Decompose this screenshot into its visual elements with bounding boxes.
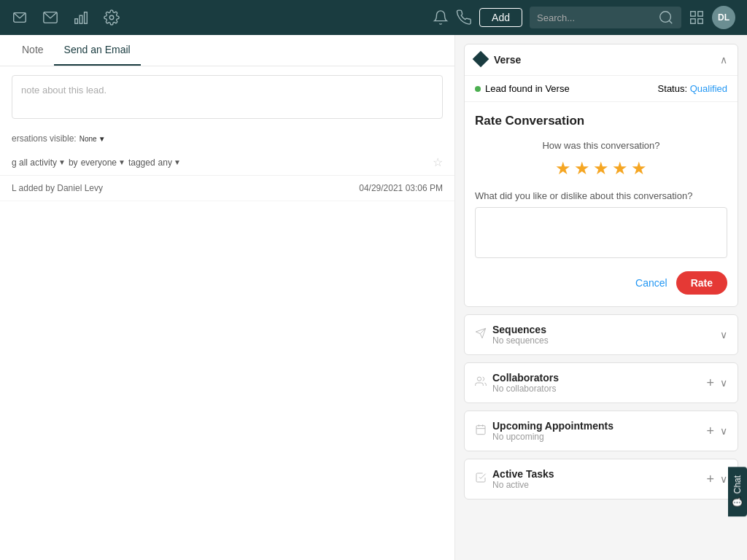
inbox-icon[interactable] [12, 9, 28, 26]
top-navigation: Add DL [0, 0, 747, 35]
appointments-chevron-icon[interactable]: ∨ [720, 425, 727, 437]
svg-rect-11 [698, 19, 703, 23]
sequences-text: Sequences No sequences [492, 324, 549, 346]
tasks-chevron-icon[interactable]: ∨ [720, 473, 727, 485]
lead-found: Lead found in Verse [475, 83, 570, 94]
star-5[interactable]: ★ [631, 158, 647, 179]
appointments-actions: + ∨ [706, 424, 727, 439]
conversations-value: None [80, 135, 97, 143]
by-value: everyone [81, 158, 117, 168]
lead-found-text: Lead found in Verse [485, 83, 570, 94]
rate-button[interactable]: Rate [676, 271, 727, 295]
by-chevron: ▼ [118, 158, 125, 166]
verse-diamond-icon [475, 53, 488, 66]
appointments-card: Upcoming Appointments No upcoming + ∨ [464, 411, 738, 451]
collaborators-chevron-icon[interactable]: ∨ [720, 377, 727, 389]
svg-rect-10 [691, 19, 695, 23]
svg-line-7 [669, 20, 672, 23]
chat-button[interactable]: 💬 Chat [728, 467, 747, 516]
appointments-add-icon[interactable]: + [706, 424, 714, 439]
conversations-dropdown[interactable]: None ▼ [80, 135, 106, 143]
search-input[interactable] [537, 12, 654, 23]
chart-icon[interactable] [73, 9, 89, 26]
verse-header-left: Verse [475, 53, 521, 66]
tagged-filter-tag[interactable]: any ▼ [158, 158, 181, 168]
sequences-sub: No sequences [492, 335, 549, 346]
svg-point-6 [660, 12, 671, 23]
sequences-chevron-icon[interactable]: ∨ [720, 329, 727, 341]
collaborators-header-left: Collaborators No collaborators [475, 372, 559, 394]
tagged-chevron: ▼ [174, 158, 181, 166]
appointments-icon [475, 424, 487, 438]
star-2[interactable]: ★ [574, 158, 590, 179]
stars-row[interactable]: ★ ★ ★ ★ ★ [475, 158, 727, 179]
grid-icon[interactable] [689, 9, 705, 26]
tab-send-email[interactable]: Send an Email [54, 35, 141, 66]
right-panel: Verse ∧ Lead found in Verse Status: Qual… [455, 35, 747, 560]
collaborators-text: Collaborators No collaborators [492, 372, 559, 394]
svg-rect-8 [691, 12, 695, 16]
green-dot-icon [475, 86, 481, 92]
tagged-value: any [158, 158, 172, 168]
add-button[interactable]: Add [479, 8, 522, 27]
sequences-icon [475, 327, 487, 342]
settings-icon[interactable] [104, 9, 120, 26]
star-1[interactable]: ★ [555, 158, 571, 179]
nav-right: Add DL [433, 6, 735, 29]
collaborators-title: Collaborators [492, 372, 559, 384]
by-label: by [69, 158, 78, 168]
verse-card-header[interactable]: Verse ∧ [465, 44, 738, 76]
collaborators-card: Collaborators No collaborators + ∨ [464, 362, 738, 403]
tasks-icon [475, 472, 487, 486]
collaborators-icon [475, 376, 487, 390]
conversations-label: ersations visible: [12, 133, 77, 144]
tasks-add-icon[interactable]: + [706, 472, 714, 487]
activity-label: g all activity [12, 158, 57, 168]
svg-rect-15 [476, 426, 485, 435]
nav-left [12, 9, 421, 26]
tab-note[interactable]: Note [12, 35, 54, 66]
activity-item: L added by Daniel Levy 04/29/2021 03:06 … [0, 176, 454, 201]
collaborators-actions: + ∨ [706, 376, 727, 391]
phone-icon[interactable] [456, 9, 472, 26]
tagged-label: tagged [128, 158, 155, 168]
tasks-header[interactable]: Active Tasks No active + ∨ [465, 459, 738, 499]
left-panel: Note Send an Email note about this lead.… [0, 35, 455, 560]
sequences-header[interactable]: Sequences No sequences ∨ [465, 315, 738, 354]
verse-chevron-icon[interactable]: ∧ [720, 54, 727, 66]
sequences-actions: ∨ [720, 329, 727, 341]
appointments-sub: No upcoming [492, 432, 614, 442]
search-icon[interactable] [658, 9, 674, 26]
activity-filter-tag[interactable]: g all activity ▼ [12, 158, 66, 168]
filter-group: g all activity ▼ by everyone ▼ tagged an… [12, 158, 181, 168]
star-filter-icon[interactable]: ☆ [433, 155, 443, 169]
avatar[interactable]: DL [712, 6, 735, 29]
rate-actions: Cancel Rate [475, 271, 727, 295]
note-area[interactable]: note about this lead. [12, 75, 443, 119]
svg-rect-9 [698, 12, 703, 16]
sequences-card: Sequences No sequences ∨ [464, 314, 738, 355]
appointments-header[interactable]: Upcoming Appointments No upcoming + ∨ [465, 411, 738, 451]
rate-question: How was this conversation? [475, 140, 727, 151]
collaborators-header[interactable]: Collaborators No collaborators + ∨ [465, 363, 738, 402]
rate-feedback-textarea[interactable] [475, 207, 727, 258]
collaborators-add-icon[interactable]: + [706, 376, 714, 391]
cancel-button[interactable]: Cancel [635, 277, 667, 289]
status-value: Qualified [690, 83, 727, 94]
tasks-header-left: Active Tasks No active [475, 468, 554, 490]
verse-title: Verse [494, 54, 521, 66]
tabs-row: Note Send an Email [0, 35, 454, 66]
bell-icon[interactable] [433, 9, 449, 26]
svg-rect-4 [85, 12, 88, 24]
tasks-sub: No active [492, 480, 554, 490]
appointments-title: Upcoming Appointments [492, 420, 614, 432]
collaborators-sub: No collaborators [492, 384, 559, 394]
star-3[interactable]: ★ [593, 158, 609, 179]
email-icon[interactable] [42, 9, 58, 26]
star-4[interactable]: ★ [612, 158, 628, 179]
activity-filter-row: g all activity ▼ by everyone ▼ tagged an… [0, 149, 454, 176]
tasks-title: Active Tasks [492, 468, 554, 480]
svg-rect-2 [75, 19, 78, 23]
main-layout: Note Send an Email note about this lead.… [0, 35, 747, 560]
by-filter-tag[interactable]: everyone ▼ [81, 158, 125, 168]
